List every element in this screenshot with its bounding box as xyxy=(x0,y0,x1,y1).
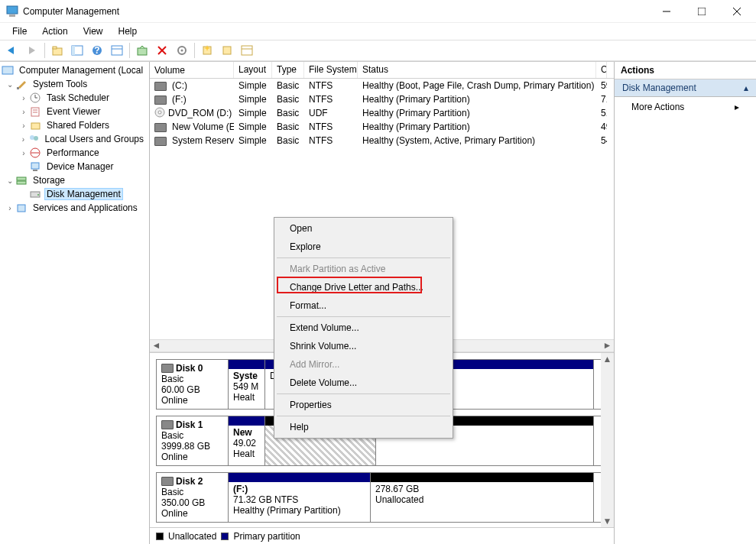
tree-task-scheduler[interactable]: ›Task Scheduler xyxy=(0,91,149,105)
properties-button[interactable] xyxy=(108,42,126,59)
titlebar: Computer Management xyxy=(0,0,756,23)
actions-header: Actions xyxy=(615,62,756,79)
volume-row[interactable]: New Volume (E:)SimpleBasicNTFSHealthy (P… xyxy=(150,120,614,134)
actions-section[interactable]: Disk Management ▴ xyxy=(615,79,756,97)
disk-info[interactable]: Disk 1Basic3999.88 GBOnline xyxy=(157,416,229,465)
maximize-button[interactable] xyxy=(684,0,719,23)
ctx-shrink[interactable]: Shrink Volume... xyxy=(276,337,451,355)
list-view-icon[interactable] xyxy=(218,42,236,59)
ctx-explore[interactable]: Explore xyxy=(276,238,451,256)
collapse-icon[interactable]: ⌄ xyxy=(5,176,15,185)
partition[interactable]: (F:)71.32 GB NTFSHealthy (Primary Partit… xyxy=(229,473,371,522)
svg-rect-37 xyxy=(33,170,37,171)
scroll-right-icon[interactable]: ► xyxy=(601,339,614,352)
svg-text:?: ? xyxy=(94,45,99,56)
partition[interactable]: 278.67 GBUnallocated xyxy=(371,473,594,522)
scroll-left-icon[interactable]: ◄ xyxy=(150,339,163,352)
svg-point-33 xyxy=(34,136,38,141)
actions-panel: Actions Disk Management ▴ More Actions ▸ xyxy=(614,62,756,544)
ctx-extend[interactable]: Extend Volume... xyxy=(276,319,451,337)
tree-performance[interactable]: ›Performance xyxy=(0,146,149,160)
volume-row[interactable]: System ReservedSimpleBasicNTFSHealthy (S… xyxy=(150,134,614,147)
tree-device-manager[interactable]: Device Manager xyxy=(0,160,149,173)
menu-action[interactable]: Action xyxy=(34,24,75,38)
partition[interactable]: Syste549 MHealt xyxy=(229,360,265,409)
delete-icon[interactable] xyxy=(153,42,171,59)
svg-point-44 xyxy=(158,111,161,114)
ctx-mark-active: Mark Partition as Active xyxy=(276,260,451,278)
svg-rect-0 xyxy=(7,6,18,14)
tree-event-viewer[interactable]: ›Event Viewer xyxy=(0,105,149,118)
svg-rect-36 xyxy=(31,163,39,169)
ctx-help[interactable]: Help xyxy=(276,418,451,436)
collapse-icon: ▴ xyxy=(744,83,748,93)
volume-row[interactable]: (F:)SimpleBasicNTFSHealthy (Primary Part… xyxy=(150,92,614,106)
app-icon xyxy=(6,5,18,18)
drive-icon xyxy=(154,80,169,91)
window-title: Computer Management xyxy=(23,6,649,17)
actions-more[interactable]: More Actions ▸ xyxy=(615,97,756,117)
toolbar: ? xyxy=(0,40,756,61)
new-icon[interactable] xyxy=(198,42,216,59)
tree-disk-management[interactable]: Disk Management xyxy=(0,187,149,201)
disk-icon xyxy=(161,420,174,429)
help-button[interactable]: ? xyxy=(88,42,106,59)
chevron-right-icon: ▸ xyxy=(735,102,739,112)
partition[interactable]: New49.02Healt xyxy=(229,416,265,465)
tree-storage[interactable]: ⌄Storage xyxy=(0,173,149,187)
svg-rect-21 xyxy=(242,46,252,55)
legend: Unallocated Primary partition xyxy=(150,527,614,544)
svg-point-41 xyxy=(37,194,39,196)
minimize-button[interactable] xyxy=(649,0,684,23)
svg-rect-23 xyxy=(2,66,13,74)
disks-vscroll[interactable]: ▲▼ xyxy=(601,353,614,528)
ctx-delete[interactable]: Delete Volume... xyxy=(276,374,451,392)
drive-icon xyxy=(154,135,169,146)
svg-rect-39 xyxy=(17,181,26,184)
drive-icon xyxy=(154,94,169,105)
context-menu: Open Explore Mark Partition as Active Ch… xyxy=(274,217,453,439)
ctx-properties[interactable]: Properties xyxy=(276,396,451,414)
volume-row[interactable]: DVD_ROM (D:)SimpleBasicUDFHealthy (Prima… xyxy=(150,106,614,120)
settings-icon[interactable] xyxy=(173,42,191,59)
svg-rect-20 xyxy=(223,47,231,54)
ctx-open[interactable]: Open xyxy=(276,219,451,238)
volume-list-header[interactable]: Volume Layout Type File System Status C xyxy=(150,62,614,79)
menu-help[interactable]: Help xyxy=(111,24,145,38)
svg-rect-9 xyxy=(72,46,75,55)
svg-rect-31 xyxy=(31,123,40,129)
forward-button[interactable] xyxy=(23,42,41,59)
svg-rect-14 xyxy=(138,48,147,55)
collapse-icon[interactable]: ⌄ xyxy=(5,80,15,89)
up-button[interactable] xyxy=(48,42,67,59)
disk-info[interactable]: Disk 2Basic350.00 GBOnline xyxy=(157,473,229,522)
svg-point-32 xyxy=(30,135,34,140)
tree-services-apps[interactable]: ›Services and Applications xyxy=(0,201,149,215)
scroll-up-icon[interactable]: ▲ xyxy=(601,353,614,366)
ctx-add-mirror: Add Mirror... xyxy=(276,355,451,374)
ctx-change-drive-letter[interactable]: Change Drive Letter and Paths... xyxy=(276,278,451,296)
svg-rect-24 xyxy=(17,87,19,89)
disk-icon xyxy=(161,477,174,486)
svg-rect-7 xyxy=(53,47,57,49)
tree-local-users[interactable]: ›Local Users and Groups xyxy=(0,132,149,146)
ctx-format[interactable]: Format... xyxy=(276,296,451,315)
show-hide-tree-button[interactable] xyxy=(68,42,86,59)
menu-file[interactable]: File xyxy=(5,24,34,38)
scroll-down-icon[interactable]: ▼ xyxy=(601,514,614,527)
refresh-button[interactable] xyxy=(133,42,151,59)
tree-system-tools[interactable]: ⌄ System Tools xyxy=(0,77,149,91)
back-button[interactable] xyxy=(3,42,21,59)
volume-row[interactable]: (C:)SimpleBasicNTFSHealthy (Boot, Page F… xyxy=(150,79,614,92)
menu-view[interactable]: View xyxy=(76,24,111,38)
svg-rect-3 xyxy=(698,8,706,15)
drive-icon xyxy=(154,107,165,120)
nav-tree: Computer Management (Local ⌄ System Tool… xyxy=(0,62,150,544)
svg-rect-12 xyxy=(112,46,122,55)
disk-row: Disk 2Basic350.00 GBOnline(F:)71.32 GB N… xyxy=(156,472,605,523)
close-button[interactable] xyxy=(719,0,754,23)
tree-shared-folders[interactable]: ›Shared Folders xyxy=(0,118,149,132)
disk-info[interactable]: Disk 0Basic60.00 GBOnline xyxy=(157,360,229,409)
tree-root[interactable]: Computer Management (Local xyxy=(0,63,149,77)
detail-view-icon[interactable] xyxy=(238,42,256,59)
